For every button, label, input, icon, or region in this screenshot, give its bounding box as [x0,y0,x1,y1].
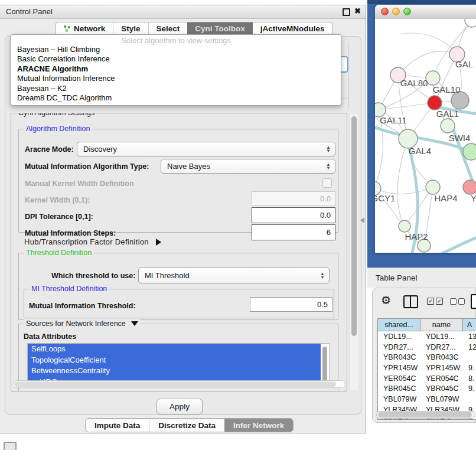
control-panel-tabbar: NetworkStyleSelectCyni ToolboxjActiveMNo… [55,22,333,35]
network-window-titlebar [375,5,476,19]
tab-label: Select [157,24,180,33]
zoom-traffic-light-icon[interactable] [403,8,411,15]
sources-title[interactable]: Sources for Network Inference [24,319,141,328]
float-window-icon[interactable] [343,8,350,16]
table-horizontal-scrollbar-thumb[interactable] [378,412,472,418]
settings-vertical-scrollbar-thumb[interactable] [351,116,357,336]
combo-stepper-icon: ▲▼ [326,146,331,152]
hub-tf-definition-label: Hub/Transcription Factor Definition [24,237,149,246]
document-icon[interactable] [471,294,476,309]
bottom-tab-impute-data[interactable]: Impute Data [86,419,149,432]
algorithm-option[interactable]: Bayesian – K2 [11,84,341,93]
algorithm-option[interactable]: ARACNE Algorithm [11,64,341,74]
network-canvas[interactable]: GALGAL80GAL10GAL1GAL11SWI4GAL4GCY1HAP4YH… [375,19,476,253]
network-node-label: GAL10 [433,84,461,94]
desktop-background: GALGAL80GAL10GAL1GAL11SWI4GAL4GCY1HAP4YH… [367,0,476,268]
network-node-label: GCY1 [375,193,395,203]
settings-horizontal-scrollbar[interactable] [12,380,345,388]
unchecked-box-icon[interactable] [458,298,465,305]
minimized-panel-icon[interactable] [4,442,17,450]
threshold-definition-title: Threshold Definition [24,249,94,257]
unchecked-box-icon[interactable] [450,298,457,305]
table-horizontal-scrollbar[interactable] [376,411,475,419]
network-edge [397,139,408,226]
tab-jactivemnodules[interactable]: jActiveMNodules [253,22,332,35]
control-panel-window: Control Panel ✖ NetworkStyleSelectCyni T… [0,5,366,433]
algorithm-option[interactable]: Dream8 DC_TDC Algorithm [11,93,341,103]
which-threshold-value: MI Threshold [139,271,320,280]
collapse-down-icon [131,321,138,326]
tab-cyni-toolbox[interactable]: Cyni Toolbox [187,22,253,35]
dpi-tolerance-field[interactable] [252,207,335,223]
splitter-collapse-icon[interactable] [360,217,364,223]
table-row[interactable]: YDR27...YDR27...12 [378,342,476,353]
checked-box-icon[interactable]: ✓ [436,298,443,305]
threshold-definition-groupbox: Threshold Definition Which threshold to … [18,253,338,320]
close-icon[interactable]: ✖ [354,6,361,15]
sources-title-text: Sources for Network Inference [26,319,126,328]
table-row[interactable]: YBL079WYBL079W [378,394,476,405]
table-cell: YER054C [420,374,463,383]
mi-algorithm-type-label: Mutual Information Algorithm Type: [25,162,149,171]
table-cell: YDL19... [420,332,463,341]
mi-threshold-definition-groupbox: MI Threshold Definition Mutual Informati… [24,289,334,318]
table-row[interactable]: YER054CYER054C8. [378,373,476,384]
table-row[interactable]: YPR145WYPR145W9. [378,363,476,373]
gear-icon[interactable]: ⚙ [381,294,391,307]
bottom-tab-infer-network[interactable]: Infer Network [224,419,293,432]
tab-style[interactable]: Style [113,22,148,35]
network-node[interactable] [465,19,476,27]
columns-icon[interactable] [403,295,418,308]
settings-vertical-scrollbar[interactable] [350,114,358,390]
network-node-label: GAL80 [400,78,428,88]
data-attribute-item[interactable]: SelfLoops [28,344,321,355]
which-threshold-combobox[interactable]: MI Threshold ▲▼ [138,268,330,283]
tab-network[interactable]: Network [56,22,113,35]
column-header[interactable]: A [463,319,476,331]
data-attribute-item[interactable]: TopologicalCoefficient [28,355,321,366]
background-groupbox-fragment [341,99,348,99]
column-header[interactable]: shared... [378,319,420,331]
column-header[interactable]: name [420,319,463,331]
cyni-algorithm-settings-title: Cyni Algorithm Settings [16,113,97,117]
table-cell: YER054C [378,374,420,383]
list-scrollbar-thumb[interactable] [322,347,327,383]
network-node[interactable] [426,180,440,194]
algorithm-option[interactable]: Basic Correlation Inference [11,54,341,64]
manual-kernel-width-label: Manual Kernel Width Definition [25,180,134,188]
table-row[interactable]: YDL19...YDL19...13 [378,331,476,342]
combo-stepper-icon: ▲▼ [320,272,325,279]
aracne-mode-combobox[interactable]: Discovery ▲▼ [77,142,335,156]
close-traffic-light-icon[interactable] [381,8,389,15]
network-node[interactable] [441,119,455,133]
minimize-traffic-light-icon[interactable] [392,8,400,15]
network-node[interactable] [463,180,476,194]
algorithm-option[interactable]: Mutual Information Inference [11,74,341,83]
data-attribute-item[interactable]: BetweennessCentrality [28,366,321,377]
table-cell: YDR27... [378,343,420,351]
network-node[interactable] [463,144,476,160]
table-cell: YBR045C [378,384,420,393]
table-cell: 13 [463,332,476,341]
hub-tf-definition-expander[interactable]: Hub/Transcription Factor Definition [24,237,161,246]
manual-kernel-width-checkbox[interactable] [322,178,332,188]
checked-box-icon[interactable]: ✓ [427,298,434,305]
kernel-width-field[interactable] [252,191,335,206]
table-row[interactable]: YBR043CYBR043C [378,352,476,363]
network-node[interactable] [428,96,442,110]
tab-select[interactable]: Select [148,22,188,35]
mi-threshold-field[interactable] [250,297,332,312]
settings-horizontal-scrollbar-thumb[interactable] [14,381,336,387]
network-node[interactable] [426,71,440,85]
network-node-label: HAP2 [405,231,428,242]
network-node-label: GAL [455,59,473,69]
network-node[interactable] [399,220,410,232]
dpi-tolerance-label: DPI Tolerance [0,1]: [25,213,93,221]
apply-button[interactable]: Apply [157,399,203,415]
mi-steps-field[interactable] [252,224,335,240]
table-row[interactable]: YBR045CYBR045C9. [378,383,476,394]
mi-algorithm-type-combobox[interactable]: Naive Bayes ▲▼ [161,159,335,174]
table-cell: YBR045C [420,384,463,393]
algorithm-option[interactable]: Bayesian – Hill Climbing [11,45,341,54]
bottom-tab-discretize-data[interactable]: Discretize Data [149,419,224,432]
